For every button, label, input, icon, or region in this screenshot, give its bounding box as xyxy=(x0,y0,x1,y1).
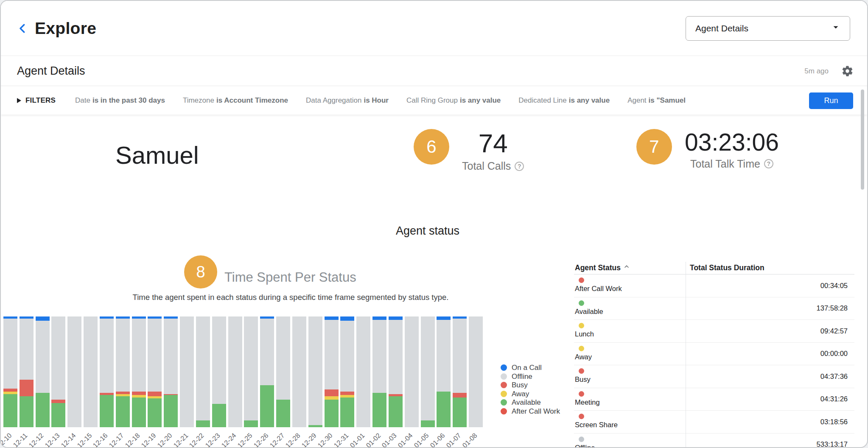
bar-segment-busy[interactable] xyxy=(148,392,162,396)
bar-segment-available[interactable] xyxy=(164,395,178,427)
bar-segment-offline[interactable] xyxy=(51,316,65,400)
stacked-bar-12-20[interactable] xyxy=(164,316,178,427)
run-button[interactable]: Run xyxy=(809,92,853,109)
help-icon[interactable]: ? xyxy=(515,162,524,171)
filter-date[interactable]: Dateis in the past 30 days xyxy=(75,96,165,105)
stacked-bar-12-10[interactable] xyxy=(3,316,17,427)
dashboard-select[interactable]: Agent Details xyxy=(686,16,850,41)
filter-data-aggregation[interactable]: Data Aggregationis Hour xyxy=(306,96,389,105)
stacked-bar-12-11[interactable] xyxy=(20,316,34,427)
table-row-available[interactable]: Available137:58:28 xyxy=(574,297,854,320)
stacked-bar-12-29[interactable] xyxy=(308,316,322,427)
bar-segment-offline[interactable] xyxy=(372,320,386,393)
bar-segment-offline[interactable] xyxy=(148,319,162,392)
bar-segment-available[interactable] xyxy=(212,404,226,427)
bar-segment-offline[interactable] xyxy=(453,319,467,393)
bar-segment-offline[interactable] xyxy=(405,316,419,427)
filter-dedicated-line[interactable]: Dedicated Lineis any value xyxy=(518,96,610,105)
bar-segment-on-a-call[interactable] xyxy=(340,316,354,321)
bar-segment-busy[interactable] xyxy=(20,380,34,396)
bar-segment-available[interactable] xyxy=(100,395,114,427)
bar-segment-offline[interactable] xyxy=(292,316,306,427)
stacked-bar-01-07[interactable] xyxy=(453,316,467,427)
filter-agent[interactable]: Agentis "Samuel xyxy=(627,96,686,105)
bar-segment-offline[interactable] xyxy=(308,316,322,425)
legend-item-available[interactable]: Available xyxy=(501,399,560,406)
bar-segment-offline[interactable] xyxy=(36,321,50,393)
stacked-bar-01-03[interactable] xyxy=(389,316,403,427)
stacked-bar-01-05[interactable] xyxy=(421,316,435,427)
bar-segment-available[interactable] xyxy=(276,400,290,427)
bar-segment-offline[interactable] xyxy=(228,316,242,427)
table-row-offline[interactable]: Offline533:13:17 xyxy=(574,434,854,448)
bar-segment-offline[interactable] xyxy=(67,316,81,427)
bar-segment-busy[interactable] xyxy=(51,400,65,403)
stacked-bar-12-19[interactable] xyxy=(148,316,162,427)
gear-icon[interactable] xyxy=(841,65,854,77)
bar-segment-available[interactable] xyxy=(196,420,210,427)
table-row-screen-share[interactable]: Screen Share03:18:56 xyxy=(574,411,854,434)
bar-segment-offline[interactable] xyxy=(3,319,17,388)
bar-segment-available[interactable] xyxy=(132,398,146,427)
help-icon[interactable]: ? xyxy=(764,159,773,168)
bar-segment-offline[interactable] xyxy=(421,316,435,420)
bar-segment-available[interactable] xyxy=(36,393,50,427)
stacked-bar-12-23[interactable] xyxy=(212,316,226,427)
bar-segment-busy[interactable] xyxy=(132,392,146,395)
stacked-bar-12-25[interactable] xyxy=(244,316,258,427)
bar-segment-offline[interactable] xyxy=(437,320,451,392)
stacked-bar-12-31[interactable] xyxy=(340,316,354,427)
bar-segment-available[interactable] xyxy=(20,396,34,427)
bar-segment-offline[interactable] xyxy=(20,319,34,380)
table-row-meeting[interactable]: Meeting04:31:26 xyxy=(574,388,854,411)
bar-segment-on-a-call[interactable] xyxy=(437,316,451,320)
table-row-busy[interactable]: Busy04:37:36 xyxy=(574,365,854,388)
legend-item-after-call-work[interactable]: After Call Work xyxy=(501,408,560,415)
stacked-bar-12-15[interactable] xyxy=(84,316,98,427)
stacked-bar-12-16[interactable] xyxy=(100,316,114,427)
bar-segment-available[interactable] xyxy=(421,420,435,427)
bar-segment-offline[interactable] xyxy=(469,316,483,427)
bar-segment-available[interactable] xyxy=(3,394,17,427)
bar-segment-offline[interactable] xyxy=(212,316,226,404)
bar-segment-available[interactable] xyxy=(244,420,258,427)
bar-segment-offline[interactable] xyxy=(244,316,258,420)
column-header-total-status-duration[interactable]: Total Status Duration xyxy=(686,262,854,274)
stacked-bar-12-26[interactable] xyxy=(260,316,274,427)
bar-segment-busy[interactable] xyxy=(340,392,354,395)
stacked-bar-12-13[interactable] xyxy=(51,316,65,427)
bar-segment-available[interactable] xyxy=(325,400,339,427)
bar-segment-available[interactable] xyxy=(116,396,130,427)
stacked-bar-12-22[interactable] xyxy=(196,316,210,427)
bar-segment-on-a-call[interactable] xyxy=(325,316,339,320)
stacked-bar-01-01[interactable] xyxy=(356,316,370,427)
stacked-bar-12-14[interactable] xyxy=(67,316,81,427)
bar-segment-available[interactable] xyxy=(308,425,322,427)
stacked-bar-01-02[interactable] xyxy=(372,316,386,427)
legend-item-busy[interactable]: Busy xyxy=(501,381,560,389)
stacked-bar-01-08[interactable] xyxy=(469,316,483,427)
stacked-bar-01-04[interactable] xyxy=(405,316,419,427)
bar-segment-available[interactable] xyxy=(453,398,467,427)
column-header-agent-status[interactable]: Agent Status xyxy=(574,262,686,274)
filter-call-ring-group[interactable]: Call Ring Groupis any value xyxy=(406,96,501,105)
bar-segment-available[interactable] xyxy=(340,398,354,427)
bar-segment-on-a-call[interactable] xyxy=(372,316,386,320)
vertical-scrollbar[interactable] xyxy=(861,90,864,190)
filters-toggle[interactable]: FILTERS xyxy=(17,96,56,105)
bar-segment-available[interactable] xyxy=(260,385,274,427)
bar-segment-offline[interactable] xyxy=(132,319,146,392)
bar-segment-on-a-call[interactable] xyxy=(36,316,50,321)
bar-segment-offline[interactable] xyxy=(100,319,114,393)
bar-segment-offline[interactable] xyxy=(340,321,354,392)
stacked-bar-12-24[interactable] xyxy=(228,316,242,427)
table-row-away[interactable]: Away00:00:00 xyxy=(574,343,854,366)
bar-segment-away[interactable] xyxy=(325,396,339,400)
bar-segment-available[interactable] xyxy=(437,392,451,427)
bar-segment-available[interactable] xyxy=(51,403,65,427)
bar-segment-offline[interactable] xyxy=(389,320,403,394)
filter-timezone[interactable]: Timezoneis Account Timezone xyxy=(183,96,288,105)
stacked-bar-12-30[interactable] xyxy=(325,316,339,427)
legend-item-on-a-call[interactable]: On a Call xyxy=(501,364,560,371)
stacked-bar-12-18[interactable] xyxy=(132,316,146,427)
